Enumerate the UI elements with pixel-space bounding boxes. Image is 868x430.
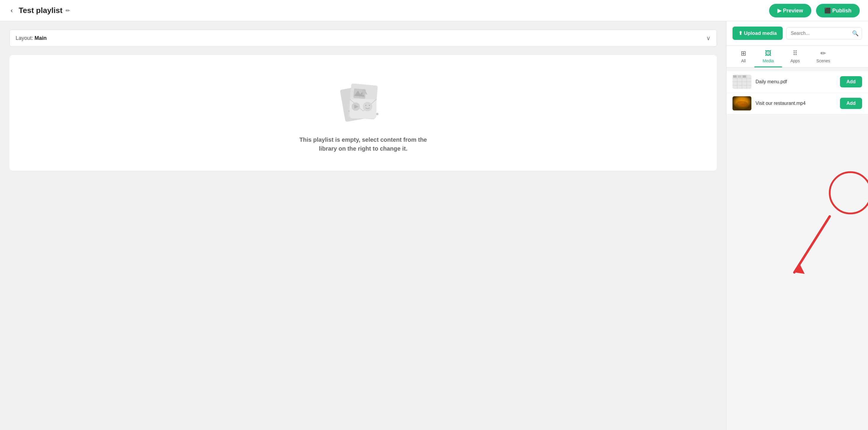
header-left: ‹ Test playlist ✏	[8, 6, 70, 16]
empty-state-text: This playlist is empty, select content f…	[298, 135, 428, 153]
media-item-video: Visit our restaurant.mp4 Add	[726, 93, 868, 114]
media-item-pdf: Daily menu.pdf Add	[726, 71, 868, 93]
tab-scenes[interactable]: ✏ Scenes	[808, 45, 838, 67]
tabs: ⊞ All 🖼 Media ⠿ Apps ✏ Scenes	[726, 45, 868, 68]
search-input[interactable]	[786, 27, 862, 39]
svg-rect-21	[738, 75, 741, 78]
media-thumb-video	[733, 96, 751, 111]
svg-point-9	[365, 105, 366, 106]
tab-scenes-label: Scenes	[816, 59, 830, 63]
media-thumb-pdf	[733, 75, 751, 89]
preview-button[interactable]: ▶ Preview	[769, 4, 811, 18]
upload-media-button[interactable]: ⬆ Upload media	[733, 27, 783, 40]
svg-point-26	[740, 104, 747, 106]
svg-rect-22	[743, 75, 746, 78]
search-box: 🔍	[786, 27, 862, 39]
tab-apps-label: Apps	[790, 59, 800, 63]
empty-illustration: A	[334, 73, 393, 126]
main-layout: Layout: Main ∨ A	[0, 21, 868, 430]
empty-playlist-card: A This playli	[9, 55, 717, 171]
right-panel-top: ⬆ Upload media 🔍	[726, 21, 868, 45]
edit-title-icon[interactable]: ✏	[66, 7, 70, 14]
svg-marker-29	[795, 265, 805, 274]
media-list: Daily menu.pdf Add	[726, 68, 868, 430]
chevron-down-icon: ∨	[706, 35, 711, 42]
tab-media-label: Media	[763, 59, 774, 63]
media-item-pdf-name: Daily menu.pdf	[755, 79, 836, 85]
publish-button[interactable]: ⬛ Publish	[816, 4, 860, 18]
page-title: Test playlist	[19, 6, 62, 15]
back-button[interactable]: ‹	[8, 6, 15, 16]
svg-point-12	[376, 113, 378, 115]
svg-point-11	[348, 110, 350, 112]
apps-icon: ⠿	[793, 50, 798, 57]
layout-label: Layout: Main	[16, 35, 46, 41]
tab-apps[interactable]: ⠿ Apps	[782, 45, 808, 67]
title-area: Test playlist ✏	[19, 6, 70, 15]
all-icon: ⊞	[741, 50, 746, 57]
tab-media[interactable]: 🖼 Media	[754, 45, 782, 67]
left-panel: Layout: Main ∨ A	[0, 21, 726, 430]
scenes-icon: ✏	[820, 50, 826, 57]
right-panel: ⬆ Upload media 🔍 ⊞ All 🖼 Media ⠿ Apps ✏	[726, 21, 868, 430]
svg-rect-20	[733, 75, 737, 78]
media-icon: 🖼	[765, 50, 771, 57]
tab-all[interactable]: ⊞ All	[733, 45, 754, 67]
layout-selector[interactable]: Layout: Main ∨	[9, 30, 717, 47]
svg-line-28	[795, 216, 830, 273]
search-icon: 🔍	[852, 30, 859, 37]
svg-point-10	[369, 105, 370, 106]
svg-point-27	[830, 172, 868, 214]
header-right: ▶ Preview ⬛ Publish	[769, 4, 860, 18]
annotation-overlay	[726, 68, 868, 430]
add-pdf-button[interactable]: Add	[840, 76, 862, 87]
tab-all-label: All	[741, 59, 746, 63]
header: ‹ Test playlist ✏ ▶ Preview ⬛ Publish	[0, 0, 868, 21]
add-video-button[interactable]: Add	[840, 98, 862, 109]
media-item-video-name: Visit our restaurant.mp4	[755, 101, 836, 106]
svg-point-8	[363, 102, 372, 111]
